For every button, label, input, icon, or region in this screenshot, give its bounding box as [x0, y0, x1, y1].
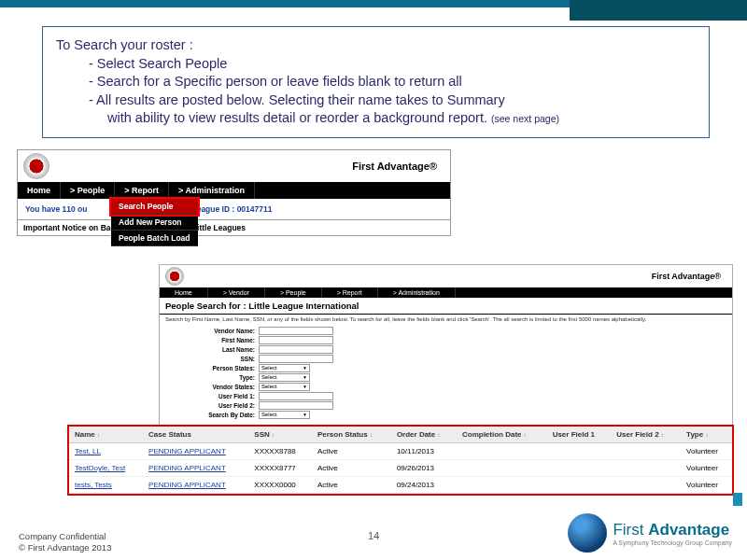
col-completion-date[interactable]: Completion Date ↕	[457, 427, 547, 443]
globe-icon	[568, 513, 607, 553]
cell-uf1	[547, 477, 612, 494]
sort-arrows-icon: ↕	[705, 432, 708, 438]
cell-ssn: XXXXX8788	[248, 443, 312, 460]
lbl-last-name: Last Name:	[165, 346, 259, 353]
sort-arrows-icon: ↕	[437, 432, 440, 438]
nav2-report[interactable]: > Report	[322, 287, 378, 298]
col-type[interactable]: Type ↕	[681, 427, 732, 443]
col-person-status[interactable]: Person Status ↕	[312, 427, 391, 443]
sort-arrows-icon: ↕	[272, 432, 275, 438]
lbl-user-field-1: User Field 1:	[165, 393, 259, 399]
person-name-link[interactable]: Test, LL	[75, 447, 101, 455]
little-league-logo-icon	[165, 267, 184, 286]
col-case-status[interactable]: Case Status	[143, 427, 248, 443]
cell-ssn: XXXXX8777	[248, 460, 312, 477]
cell-type: Volunteer	[681, 460, 732, 477]
col-user-field-2[interactable]: User Field 2 ↕	[611, 427, 681, 443]
first-advantage-logo: First Advantage A Symphony Technology Gr…	[568, 513, 732, 553]
person-name-link[interactable]: TestDoyle, Test	[75, 464, 125, 472]
ssn-input[interactable]	[259, 355, 333, 363]
shot1-msg-a: You have 110 ou	[25, 204, 87, 214]
instr-b3b: with ability to view results detail or r…	[56, 109, 698, 128]
cell-completion-date	[457, 460, 547, 477]
sort-arrows-icon: ↕	[661, 432, 664, 438]
dropdown-people-batch-load[interactable]: People Batch Load	[111, 231, 198, 246]
nav2-admin[interactable]: > Administration	[378, 287, 456, 298]
sort-arrows-icon: ↕	[97, 432, 100, 438]
cell-type: Volunteer	[681, 477, 732, 494]
nav2-vendor[interactable]: > Vendor	[208, 287, 265, 298]
col-ssn[interactable]: SSN ↕	[248, 427, 312, 443]
col-user-field-1[interactable]: User Field 1	[547, 427, 612, 443]
cell-order-date: 09/26/2013	[391, 460, 457, 477]
user-field-1-input[interactable]	[259, 392, 333, 400]
instr-b2: - Search for a Specific person or leave …	[56, 73, 698, 91]
dropdown-search-people[interactable]: Search People	[111, 199, 198, 215]
table-row: Test, LLPENDING APPLICANTXXXXX8788Active…	[69, 443, 732, 460]
lbl-ssn: SSN:	[165, 356, 259, 362]
nav2-people[interactable]: > People	[265, 287, 322, 298]
nav-admin[interactable]: > Administration	[169, 182, 255, 199]
nav-report[interactable]: > Report	[115, 182, 169, 199]
sort-arrows-icon: ↕	[370, 432, 373, 438]
nav2-home[interactable]: Home	[160, 287, 208, 298]
vendor-states-select[interactable]: Select	[259, 383, 310, 391]
cell-uf2	[611, 477, 681, 494]
shot2-brand: First Advantage®	[184, 272, 726, 281]
cell-type: Volunteer	[681, 443, 732, 460]
shot1-navbar: Home > People > Report > Administration	[18, 182, 450, 199]
cell-person-status: Active	[312, 443, 391, 460]
case-status-link[interactable]: PENDING APPLICANT	[148, 481, 226, 489]
first-name-input[interactable]	[259, 336, 333, 344]
cell-person-status: Active	[312, 460, 391, 477]
user-field-2-input[interactable]	[259, 401, 333, 410]
person-states-select[interactable]: Select	[259, 364, 310, 372]
cell-completion-date	[457, 443, 547, 460]
people-search-form: Vendor Name: First Name: Last Name: SSN:…	[160, 324, 732, 422]
results-header-row: Name ↕ Case Status SSN ↕ Person Status ↕…	[69, 427, 732, 443]
footer-line1: Company Confidential	[19, 531, 111, 541]
person-name-link[interactable]: tests, Tests	[75, 481, 112, 489]
little-league-logo-icon	[23, 153, 49, 179]
last-name-input[interactable]	[259, 345, 333, 354]
dropdown-add-new-person[interactable]: Add New Person	[111, 215, 198, 231]
nav-home[interactable]: Home	[18, 182, 61, 199]
cell-uf1	[547, 460, 612, 477]
sort-arrows-icon: ↕	[524, 432, 527, 438]
type-select[interactable]: Select	[259, 373, 310, 382]
shot1-notice: Important Notice on Background Checks fo…	[18, 219, 450, 235]
cell-uf1	[547, 443, 612, 460]
cell-completion-date	[457, 477, 547, 494]
cell-order-date: 09/24/2013	[391, 477, 457, 494]
search-results-table: Name ↕ Case Status SSN ↕ Person Status ↕…	[67, 425, 734, 496]
shot1-brand: First Advantage®	[49, 161, 444, 172]
lbl-vendor-name: Vendor Name:	[165, 328, 259, 334]
col-name[interactable]: Name ↕	[69, 427, 143, 443]
slide-topbar-accent	[570, 0, 747, 21]
people-search-help: Search by First Name, Last Name, SSN, or…	[160, 315, 732, 324]
cell-uf2	[611, 443, 681, 460]
case-status-link[interactable]: PENDING APPLICANT	[148, 447, 226, 455]
footer-confidential: Company Confidential © First Advantage 2…	[19, 531, 111, 553]
cell-order-date: 10/11/2013	[391, 443, 457, 460]
vendor-name-input[interactable]	[259, 327, 333, 335]
col-order-date[interactable]: Order Date ↕	[391, 427, 457, 443]
instructions-box: To Search your roster : - Select Search …	[42, 26, 710, 138]
lbl-search-by-date: Search By Date:	[165, 412, 259, 418]
lbl-first-name: First Name:	[165, 337, 259, 343]
instr-b3: - All results are posted below. Selectin…	[56, 91, 698, 110]
lbl-vendor-states: Vendor States:	[165, 384, 259, 390]
instr-b1: - Select Search People	[56, 55, 698, 74]
shot2-header: First Advantage®	[160, 265, 732, 287]
people-search-title: People Search for : Little League Intern…	[160, 298, 732, 315]
search-by-date-select[interactable]: Select	[259, 411, 310, 419]
case-status-link[interactable]: PENDING APPLICANT	[148, 464, 226, 472]
screenshot-nav-dropdown: First Advantage® Home > People > Report …	[17, 149, 451, 236]
instr-b3b-text: with ability to view results detail or r…	[107, 110, 491, 125]
nav-people[interactable]: > People	[61, 182, 115, 199]
people-dropdown: Search People Add New Person People Batc…	[111, 199, 198, 246]
shot1-header: First Advantage®	[18, 150, 450, 182]
lbl-type: Type:	[165, 374, 259, 381]
logo-text: First Advantage	[613, 521, 732, 539]
cell-uf2	[611, 460, 681, 477]
